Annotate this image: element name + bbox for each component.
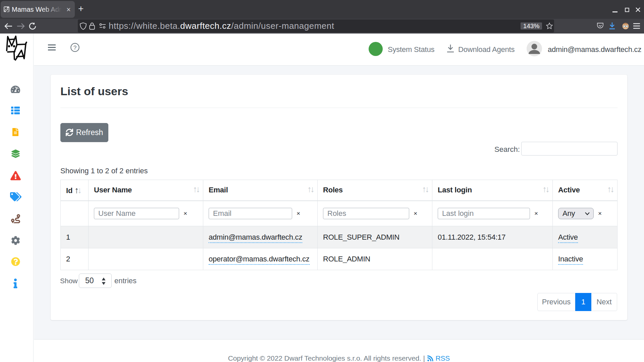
svg-text:?: ? <box>73 45 76 51</box>
